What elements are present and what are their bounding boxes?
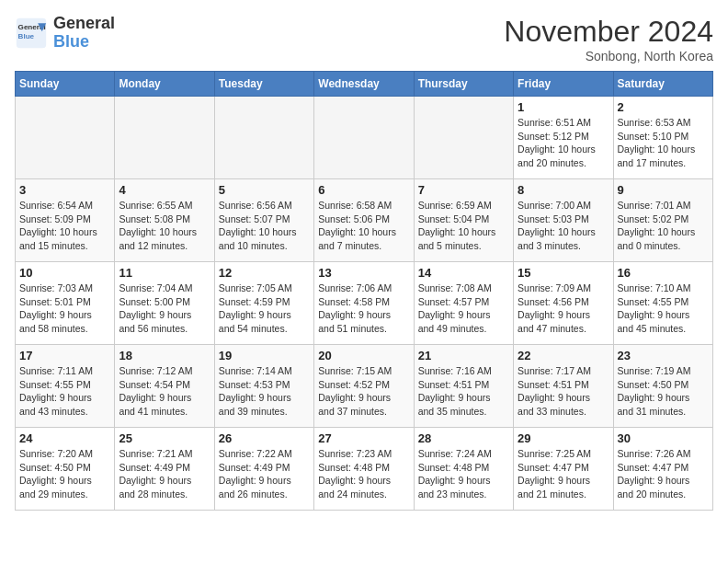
weekday-header-row: SundayMondayTuesdayWednesdayThursdayFrid… bbox=[16, 72, 713, 97]
day-info: Sunrise: 6:56 AM Sunset: 5:07 PM Dayligh… bbox=[219, 199, 310, 253]
day-number: 12 bbox=[219, 266, 310, 280]
calendar-body: 1Sunrise: 6:51 AM Sunset: 5:12 PM Daylig… bbox=[16, 97, 713, 511]
day-number: 29 bbox=[518, 431, 609, 445]
calendar-cell: 24Sunrise: 7:20 AM Sunset: 4:50 PM Dayli… bbox=[16, 428, 115, 511]
logo-text: GeneralBlue bbox=[53, 15, 115, 52]
day-info: Sunrise: 7:00 AM Sunset: 5:03 PM Dayligh… bbox=[518, 199, 609, 253]
page-header: General Blue GeneralBlue November 2024 S… bbox=[15, 15, 713, 63]
calendar-cell: 14Sunrise: 7:08 AM Sunset: 4:57 PM Dayli… bbox=[414, 262, 513, 345]
logo-icon: General Blue bbox=[15, 17, 48, 50]
logo: General Blue GeneralBlue bbox=[15, 15, 115, 52]
day-info: Sunrise: 7:01 AM Sunset: 5:02 PM Dayligh… bbox=[618, 199, 709, 253]
day-info: Sunrise: 7:17 AM Sunset: 4:51 PM Dayligh… bbox=[518, 364, 609, 419]
day-info: Sunrise: 7:05 AM Sunset: 4:59 PM Dayligh… bbox=[219, 282, 310, 336]
calendar-cell: 9Sunrise: 7:01 AM Sunset: 5:02 PM Daylig… bbox=[613, 179, 712, 262]
calendar-cell: 20Sunrise: 7:15 AM Sunset: 4:52 PM Dayli… bbox=[314, 345, 414, 428]
calendar-cell: 13Sunrise: 7:06 AM Sunset: 4:58 PM Dayli… bbox=[314, 262, 414, 345]
day-number: 22 bbox=[518, 349, 609, 362]
day-info: Sunrise: 6:53 AM Sunset: 5:10 PM Dayligh… bbox=[618, 116, 709, 170]
calendar-cell: 15Sunrise: 7:09 AM Sunset: 4:56 PM Dayli… bbox=[514, 262, 613, 345]
day-info: Sunrise: 7:08 AM Sunset: 4:57 PM Dayligh… bbox=[418, 282, 509, 336]
week-row-2: 3Sunrise: 6:54 AM Sunset: 5:09 PM Daylig… bbox=[16, 179, 713, 262]
calendar-cell: 5Sunrise: 6:56 AM Sunset: 5:07 PM Daylig… bbox=[214, 179, 313, 262]
day-info: Sunrise: 7:16 AM Sunset: 4:51 PM Dayligh… bbox=[418, 364, 509, 419]
day-info: Sunrise: 7:12 AM Sunset: 4:54 PM Dayligh… bbox=[119, 364, 210, 419]
calendar-cell: 25Sunrise: 7:21 AM Sunset: 4:49 PM Dayli… bbox=[115, 428, 214, 511]
day-info: Sunrise: 7:24 AM Sunset: 4:48 PM Dayligh… bbox=[418, 447, 509, 501]
day-number: 2 bbox=[618, 100, 709, 114]
calendar-cell: 29Sunrise: 7:25 AM Sunset: 4:47 PM Dayli… bbox=[514, 428, 613, 511]
calendar-cell: 10Sunrise: 7:03 AM Sunset: 5:01 PM Dayli… bbox=[16, 262, 115, 345]
calendar-cell: 19Sunrise: 7:14 AM Sunset: 4:53 PM Dayli… bbox=[214, 345, 313, 428]
title-area: November 2024 Sonbong, North Korea bbox=[504, 15, 713, 63]
day-info: Sunrise: 7:03 AM Sunset: 5:01 PM Dayligh… bbox=[19, 282, 110, 336]
week-row-5: 24Sunrise: 7:20 AM Sunset: 4:50 PM Dayli… bbox=[16, 428, 713, 511]
day-info: Sunrise: 7:19 AM Sunset: 4:50 PM Dayligh… bbox=[618, 364, 709, 419]
day-number: 30 bbox=[618, 431, 709, 445]
day-info: Sunrise: 6:55 AM Sunset: 5:08 PM Dayligh… bbox=[119, 199, 210, 253]
day-number: 10 bbox=[19, 266, 110, 280]
day-number: 24 bbox=[19, 431, 110, 445]
day-number: 27 bbox=[318, 431, 409, 445]
weekday-thursday: Thursday bbox=[414, 72, 513, 97]
day-number: 15 bbox=[518, 266, 609, 280]
day-info: Sunrise: 7:10 AM Sunset: 4:55 PM Dayligh… bbox=[618, 282, 709, 336]
day-info: Sunrise: 7:11 AM Sunset: 4:55 PM Dayligh… bbox=[19, 364, 110, 419]
day-number: 4 bbox=[119, 183, 210, 197]
week-row-4: 17Sunrise: 7:11 AM Sunset: 4:55 PM Dayli… bbox=[16, 345, 713, 428]
calendar-cell bbox=[115, 97, 214, 179]
day-number: 19 bbox=[219, 349, 310, 362]
day-info: Sunrise: 6:54 AM Sunset: 5:09 PM Dayligh… bbox=[19, 199, 110, 253]
day-info: Sunrise: 7:14 AM Sunset: 4:53 PM Dayligh… bbox=[219, 364, 310, 419]
calendar-cell: 28Sunrise: 7:24 AM Sunset: 4:48 PM Dayli… bbox=[414, 428, 513, 511]
calendar-cell: 30Sunrise: 7:26 AM Sunset: 4:47 PM Dayli… bbox=[613, 428, 712, 511]
calendar-cell: 4Sunrise: 6:55 AM Sunset: 5:08 PM Daylig… bbox=[115, 179, 214, 262]
weekday-monday: Monday bbox=[115, 72, 214, 97]
day-number: 8 bbox=[518, 183, 609, 197]
calendar-cell: 21Sunrise: 7:16 AM Sunset: 4:51 PM Dayli… bbox=[414, 345, 513, 428]
calendar-cell: 1Sunrise: 6:51 AM Sunset: 5:12 PM Daylig… bbox=[514, 97, 613, 179]
svg-text:Blue: Blue bbox=[18, 32, 35, 40]
calendar-cell: 16Sunrise: 7:10 AM Sunset: 4:55 PM Dayli… bbox=[613, 262, 712, 345]
day-number: 21 bbox=[418, 349, 509, 362]
weekday-sunday: Sunday bbox=[16, 72, 115, 97]
day-number: 5 bbox=[219, 183, 310, 197]
calendar-cell: 17Sunrise: 7:11 AM Sunset: 4:55 PM Dayli… bbox=[16, 345, 115, 428]
calendar-cell bbox=[16, 97, 115, 179]
calendar-cell: 27Sunrise: 7:23 AM Sunset: 4:48 PM Dayli… bbox=[314, 428, 414, 511]
day-number: 28 bbox=[418, 431, 509, 445]
weekday-saturday: Saturday bbox=[613, 72, 712, 97]
day-info: Sunrise: 7:15 AM Sunset: 4:52 PM Dayligh… bbox=[318, 364, 409, 419]
day-info: Sunrise: 6:58 AM Sunset: 5:06 PM Dayligh… bbox=[318, 199, 409, 253]
day-info: Sunrise: 7:23 AM Sunset: 4:48 PM Dayligh… bbox=[318, 447, 409, 501]
day-number: 11 bbox=[119, 266, 210, 280]
day-number: 6 bbox=[318, 183, 409, 197]
day-info: Sunrise: 7:06 AM Sunset: 4:58 PM Dayligh… bbox=[318, 282, 409, 336]
calendar-table: SundayMondayTuesdayWednesdayThursdayFrid… bbox=[15, 71, 713, 511]
calendar-cell: 18Sunrise: 7:12 AM Sunset: 4:54 PM Dayli… bbox=[115, 345, 214, 428]
month-title: November 2024 bbox=[504, 15, 713, 49]
day-number: 14 bbox=[418, 266, 509, 280]
weekday-friday: Friday bbox=[514, 72, 613, 97]
week-row-3: 10Sunrise: 7:03 AM Sunset: 5:01 PM Dayli… bbox=[16, 262, 713, 345]
day-number: 26 bbox=[219, 431, 310, 445]
day-number: 9 bbox=[618, 183, 709, 197]
weekday-tuesday: Tuesday bbox=[214, 72, 313, 97]
day-info: Sunrise: 7:22 AM Sunset: 4:49 PM Dayligh… bbox=[219, 447, 310, 501]
day-info: Sunrise: 6:59 AM Sunset: 5:04 PM Dayligh… bbox=[418, 199, 509, 253]
calendar-cell: 12Sunrise: 7:05 AM Sunset: 4:59 PM Dayli… bbox=[214, 262, 313, 345]
weekday-wednesday: Wednesday bbox=[314, 72, 414, 97]
location-subtitle: Sonbong, North Korea bbox=[504, 49, 713, 63]
day-number: 20 bbox=[318, 349, 409, 362]
day-info: Sunrise: 7:04 AM Sunset: 5:00 PM Dayligh… bbox=[119, 282, 210, 336]
day-number: 1 bbox=[518, 100, 609, 114]
calendar-cell: 6Sunrise: 6:58 AM Sunset: 5:06 PM Daylig… bbox=[314, 179, 414, 262]
calendar-cell bbox=[414, 97, 513, 179]
day-info: Sunrise: 6:51 AM Sunset: 5:12 PM Dayligh… bbox=[518, 116, 609, 170]
day-info: Sunrise: 7:20 AM Sunset: 4:50 PM Dayligh… bbox=[19, 447, 110, 501]
day-info: Sunrise: 7:21 AM Sunset: 4:49 PM Dayligh… bbox=[119, 447, 210, 501]
week-row-1: 1Sunrise: 6:51 AM Sunset: 5:12 PM Daylig… bbox=[16, 97, 713, 179]
calendar-cell: 7Sunrise: 6:59 AM Sunset: 5:04 PM Daylig… bbox=[414, 179, 513, 262]
calendar-cell: 11Sunrise: 7:04 AM Sunset: 5:00 PM Dayli… bbox=[115, 262, 214, 345]
day-number: 7 bbox=[418, 183, 509, 197]
